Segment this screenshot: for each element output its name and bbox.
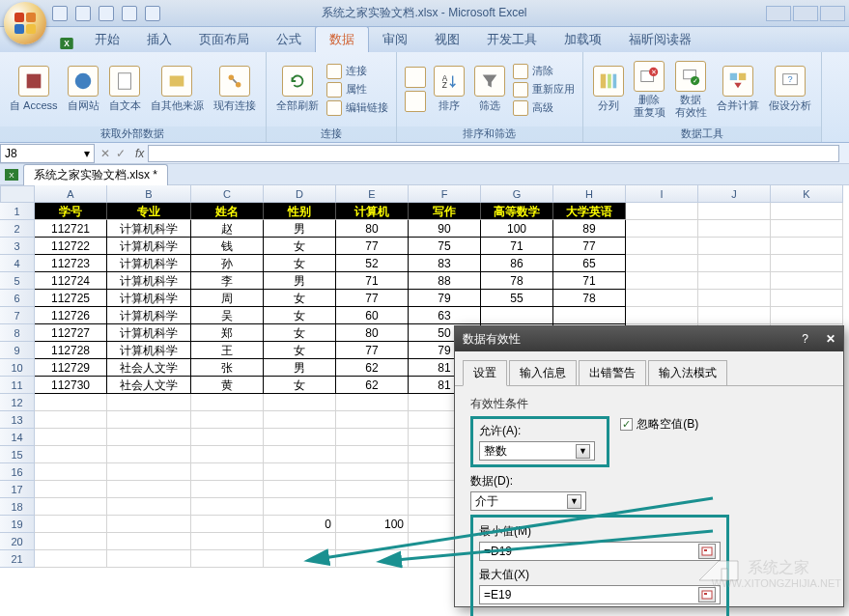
- cell[interactable]: [336, 550, 409, 568]
- cell[interactable]: 女: [264, 290, 336, 307]
- cell[interactable]: [191, 516, 264, 533]
- tab-foxit[interactable]: 福昕阅读器: [615, 27, 705, 52]
- cell[interactable]: [191, 411, 264, 429]
- dialog-close-icon[interactable]: ✕: [826, 332, 835, 346]
- tab-addins[interactable]: 加载项: [551, 27, 615, 52]
- cell[interactable]: 性别: [264, 203, 336, 220]
- qat-print-icon[interactable]: [122, 6, 137, 21]
- cell[interactable]: 80: [336, 220, 409, 238]
- row-header[interactable]: 1: [0, 203, 35, 220]
- cell[interactable]: 62: [336, 359, 409, 377]
- cell[interactable]: [626, 290, 698, 307]
- tab-review[interactable]: 审阅: [369, 27, 421, 52]
- cell[interactable]: [771, 290, 843, 307]
- col-header-C[interactable]: C: [191, 185, 264, 203]
- cell[interactable]: 80: [336, 324, 409, 342]
- cell[interactable]: 112725: [35, 290, 107, 307]
- cell[interactable]: [191, 533, 264, 550]
- row-header[interactable]: 20: [0, 533, 35, 550]
- cell[interactable]: 60: [336, 307, 409, 324]
- cell[interactable]: 112722: [35, 238, 107, 255]
- cell[interactable]: [35, 394, 107, 411]
- cell[interactable]: [35, 429, 107, 446]
- name-box[interactable]: J8▾: [0, 144, 95, 163]
- file-tab-icon[interactable]: X: [52, 35, 81, 52]
- text-to-columns-button[interactable]: 分列: [589, 64, 628, 115]
- row-header[interactable]: 4: [0, 255, 35, 272]
- cell[interactable]: 计算机科学: [107, 324, 191, 342]
- col-header-G[interactable]: G: [481, 185, 553, 203]
- cell[interactable]: [771, 307, 843, 324]
- cell[interactable]: 黄: [191, 377, 264, 394]
- cell[interactable]: 男: [264, 220, 336, 238]
- cell[interactable]: [336, 411, 409, 429]
- data-combo[interactable]: 介于▼: [470, 491, 586, 511]
- cell[interactable]: 姓名: [191, 203, 264, 220]
- cell[interactable]: [107, 498, 191, 516]
- cell[interactable]: [626, 272, 698, 290]
- from-web-button[interactable]: 自网站: [64, 64, 103, 115]
- col-header-F[interactable]: F: [409, 185, 481, 203]
- row-header[interactable]: 16: [0, 463, 35, 481]
- cell[interactable]: 王: [191, 342, 264, 359]
- cell[interactable]: [626, 307, 698, 324]
- consolidate-button[interactable]: 合并计算: [713, 64, 763, 115]
- reapply-button[interactable]: 重新应用: [511, 81, 577, 98]
- cell[interactable]: [336, 498, 409, 516]
- connections-button[interactable]: 连接: [325, 63, 390, 80]
- cell[interactable]: [626, 220, 698, 238]
- cell[interactable]: 女: [264, 342, 336, 359]
- max-input[interactable]: =E19: [479, 585, 721, 604]
- cell[interactable]: [698, 307, 771, 324]
- cell[interactable]: [264, 411, 336, 429]
- cell[interactable]: [336, 481, 409, 498]
- cell[interactable]: 学号: [35, 203, 107, 220]
- min-input[interactable]: =D19: [479, 542, 721, 561]
- cell[interactable]: 112729: [35, 359, 107, 377]
- cell[interactable]: 计算机科学: [107, 290, 191, 307]
- cell[interactable]: 52: [336, 255, 409, 272]
- filter-button[interactable]: 筛选: [470, 64, 509, 115]
- cell[interactable]: [35, 498, 107, 516]
- cell[interactable]: [191, 481, 264, 498]
- cell[interactable]: [698, 255, 771, 272]
- cell[interactable]: [698, 290, 771, 307]
- cell[interactable]: 计算机科学: [107, 238, 191, 255]
- cell[interactable]: [35, 446, 107, 463]
- select-all-corner[interactable]: [0, 185, 35, 203]
- cell[interactable]: 女: [264, 324, 336, 342]
- row-header[interactable]: 7: [0, 307, 35, 324]
- cell[interactable]: 赵: [191, 220, 264, 238]
- cell[interactable]: [191, 498, 264, 516]
- row-header[interactable]: 11: [0, 377, 35, 394]
- cell[interactable]: [191, 429, 264, 446]
- from-access-button[interactable]: 自 Access: [6, 64, 62, 115]
- cell[interactable]: [336, 446, 409, 463]
- cell[interactable]: [264, 498, 336, 516]
- advanced-button[interactable]: 高级: [511, 99, 577, 117]
- cell[interactable]: [191, 394, 264, 411]
- dialog-tab-ime[interactable]: 输入法模式: [648, 360, 727, 386]
- cell[interactable]: 计算机科学: [107, 255, 191, 272]
- cell[interactable]: [264, 446, 336, 463]
- cell[interactable]: [107, 516, 191, 533]
- cell[interactable]: [481, 307, 553, 324]
- cell[interactable]: 77: [553, 238, 626, 255]
- dialog-help-icon[interactable]: ?: [802, 332, 808, 346]
- row-header[interactable]: 13: [0, 411, 35, 429]
- row-header[interactable]: 5: [0, 272, 35, 290]
- cell[interactable]: 78: [481, 272, 553, 290]
- existing-conn-button[interactable]: 现有连接: [210, 64, 260, 115]
- col-header-E[interactable]: E: [336, 185, 409, 203]
- cell[interactable]: 83: [409, 255, 481, 272]
- row-header[interactable]: 6: [0, 290, 35, 307]
- cell[interactable]: [35, 516, 107, 533]
- cell[interactable]: 计算机科学: [107, 342, 191, 359]
- office-button[interactable]: [4, 2, 46, 44]
- edit-links-button[interactable]: 编辑链接: [325, 99, 390, 117]
- cell[interactable]: [553, 307, 626, 324]
- cell[interactable]: [107, 481, 191, 498]
- qat-undo-icon[interactable]: [75, 6, 91, 21]
- cell[interactable]: [771, 203, 843, 220]
- cell[interactable]: [107, 429, 191, 446]
